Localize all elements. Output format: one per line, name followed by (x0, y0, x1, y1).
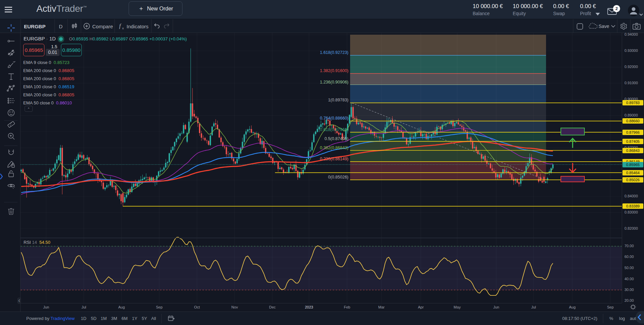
svg-text:1.618(0.92723): 1.618(0.92723) (320, 50, 348, 55)
svg-text:1.382(0.91600): 1.382(0.91600) (320, 68, 348, 73)
svg-text:0(0.85026): 0(0.85026) (328, 175, 348, 180)
svg-text:0.5(0.87405): 0.5(0.87405) (325, 136, 348, 141)
svg-text:0.764(0.88660): 0.764(0.88660) (320, 116, 348, 121)
svg-text:1(0.89783): 1(0.89783) (328, 98, 348, 102)
svg-text:0.236(0.86149): 0.236(0.86149) (320, 157, 348, 161)
svg-text:1.236(0.90906): 1.236(0.90906) (320, 80, 348, 85)
svg-text:0.382(0.86843): 0.382(0.86843) (320, 145, 348, 150)
svg-text:0.618(0.87966): 0.618(0.87966) (320, 127, 348, 132)
